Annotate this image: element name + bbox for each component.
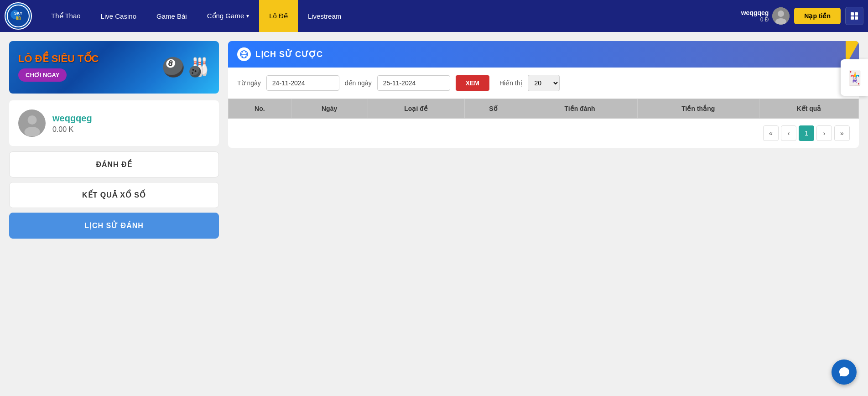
to-date-label: đến ngày: [345, 79, 372, 87]
svg-rect-10: [855, 16, 858, 20]
page-next-button[interactable]: ›: [816, 125, 832, 141]
user-balance: 0 Đ: [741, 16, 769, 23]
panel-title: LỊCH SỬ CƯỢC: [255, 49, 323, 59]
logo: SKY 88: [5, 2, 32, 30]
nav-lo-de[interactable]: Lô Đề: [259, 0, 298, 32]
pagination: « ‹ 1 › »: [228, 119, 859, 148]
logo-area[interactable]: SKY 88: [5, 2, 32, 30]
svg-rect-7: [851, 12, 854, 16]
page-prev-button[interactable]: ‹: [781, 125, 796, 141]
svg-text:SKY: SKY: [14, 11, 23, 16]
nav-cong-game[interactable]: Cổng Game ▾: [197, 0, 260, 32]
user-card-avatar: [18, 109, 46, 137]
ket-qua-xo-so-button[interactable]: KẾT QUẢ XỔ SỐ: [9, 182, 219, 208]
panel-box: LỊCH SỬ CƯỢC Từ ngày đến ngày XEM Hiển t…: [228, 41, 859, 148]
user-card-name: weqgqeg: [52, 113, 92, 124]
col-so: Số: [464, 99, 522, 119]
username: weqgqeg: [741, 9, 769, 16]
hien-thi-select[interactable]: 20 50 100: [528, 75, 560, 91]
filter-row: Từ ngày đến ngày XEM Hiển thị 20 50 100: [228, 68, 859, 99]
page-first-button[interactable]: «: [763, 125, 779, 141]
sidebar: LÔ ĐỀ SIÊU TỐC CHƠI NGAY 🎱 🎳 weqgqeg 0.0…: [9, 41, 219, 243]
user-card-details: weqgqeg 0.00 K: [52, 113, 92, 134]
svg-point-5: [778, 10, 784, 17]
nav-livestream[interactable]: Livestream: [298, 0, 351, 32]
svg-text:88: 88: [16, 16, 21, 21]
header: SKY 88 Thể Thao Live Casino Game Bài Cổn…: [0, 0, 868, 32]
banner-content: LÔ ĐỀ SIÊU TỐC CHƠI NGAY: [18, 53, 99, 82]
floating-card[interactable]: 🃏: [841, 59, 868, 96]
user-info: weqgqeg 0 Đ: [741, 7, 790, 25]
right-panel: LỊCH SỬ CƯỢC Từ ngày đến ngày XEM Hiển t…: [228, 41, 859, 148]
data-table: No. Ngày Loại đề Số Tiền đánh Tiền thắng…: [228, 99, 859, 119]
user-card-balance: 0.00 K: [52, 125, 92, 134]
xem-button[interactable]: XEM: [456, 75, 489, 91]
table-header-row: No. Ngày Loại đề Số Tiền đánh Tiền thắng…: [229, 99, 859, 119]
user-card: weqgqeg 0.00 K: [9, 100, 219, 146]
danh-de-button[interactable]: ĐÁNH ĐỀ: [9, 151, 219, 177]
avatar[interactable]: [772, 7, 790, 25]
col-no: No.: [229, 99, 291, 119]
col-loai-de: Loại đề: [368, 99, 464, 119]
col-ngay: Ngày: [291, 99, 368, 119]
from-date-input[interactable]: [266, 75, 339, 91]
main-nav: Thể Thao Live Casino Game Bài Cổng Game …: [41, 0, 741, 32]
hien-thi-label: Hiển thị: [499, 79, 522, 87]
to-date-input[interactable]: [377, 75, 450, 91]
extra-icon-button[interactable]: [845, 7, 863, 25]
col-ket-qua: Kết quả: [759, 99, 858, 119]
header-right: weqgqeg 0 Đ Nạp tiền: [741, 7, 863, 25]
user-text: weqgqeg 0 Đ: [741, 9, 769, 23]
main-content: LÔ ĐỀ SIÊU TỐC CHƠI NGAY 🎱 🎳 weqgqeg 0.0…: [0, 32, 868, 252]
from-date-label: Từ ngày: [237, 79, 261, 87]
panel-header: LỊCH SỬ CƯỢC: [228, 41, 859, 68]
svg-rect-9: [851, 16, 854, 20]
col-tien-danh: Tiền đánh: [522, 99, 637, 119]
banner-balls: 🎱 🎳: [162, 57, 210, 78]
chat-bubble-button[interactable]: [832, 360, 857, 385]
banner-title: LÔ ĐỀ SIÊU TỐC: [18, 53, 99, 65]
svg-point-12: [27, 115, 36, 125]
chevron-down-icon: ▾: [246, 13, 249, 19]
ball-green: 🎳: [187, 57, 210, 78]
nav-the-thao[interactable]: Thể Thao: [41, 0, 91, 32]
col-tien-thang: Tiền thắng: [637, 99, 759, 119]
sidebar-banner: LÔ ĐỀ SIÊU TỐC CHƠI NGAY 🎱 🎳: [9, 41, 219, 94]
page-last-button[interactable]: »: [834, 125, 850, 141]
nav-live-casino[interactable]: Live Casino: [91, 0, 146, 32]
nap-tien-button[interactable]: Nạp tiền: [794, 8, 841, 24]
nav-game-bai[interactable]: Game Bài: [146, 0, 197, 32]
page-current-button[interactable]: 1: [799, 125, 814, 141]
lich-su-danh-button[interactable]: LỊCH SỬ ĐÁNH: [9, 213, 219, 239]
banner-choi-ngay-button[interactable]: CHƠI NGAY: [18, 68, 67, 82]
svg-rect-8: [855, 12, 858, 16]
ball-orange: 🎱: [162, 57, 185, 78]
panel-header-icon: [237, 47, 251, 61]
